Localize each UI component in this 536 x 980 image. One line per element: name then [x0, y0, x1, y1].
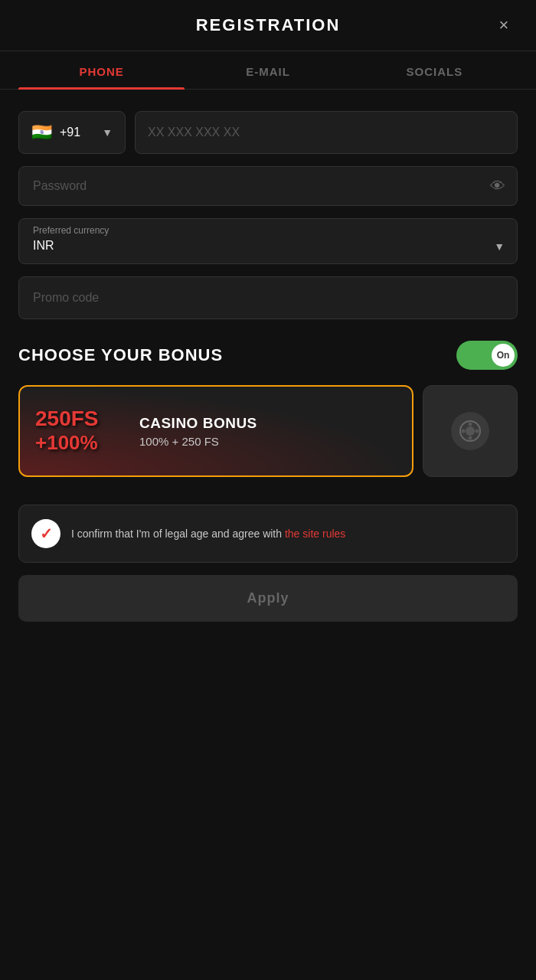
currency-label: Preferred currency: [33, 225, 503, 236]
header: REGISTRATION ×: [0, 0, 536, 51]
confirm-text: I confirm that I'm of legal age and agre…: [71, 526, 345, 542]
phone-row: 🇮🇳 +91 ▼: [18, 111, 518, 154]
bonus-toggle-wrapper: On: [456, 341, 518, 370]
toggle-knob: On: [492, 344, 515, 367]
bonus-info: CASINO BONUS 100% + 250 FS: [139, 415, 257, 448]
svg-point-1: [466, 426, 475, 436]
currency-dropdown-icon: ▼: [494, 240, 505, 253]
eye-icon[interactable]: 👁: [490, 178, 505, 195]
tab-bar: PHONE E-MAIL SOCIALS: [0, 51, 536, 90]
country-code: +91: [60, 126, 80, 139]
bonus-header: CHOOSE YOUR BONUS On: [18, 341, 518, 370]
svg-point-5: [475, 430, 479, 433]
toggle-on-label: On: [497, 350, 510, 361]
next-bonus-card-partial[interactable]: [423, 385, 518, 477]
bonus-badge-line1: 250FS: [35, 407, 127, 431]
close-button[interactable]: ×: [490, 11, 518, 39]
password-input[interactable]: [18, 166, 518, 206]
bonus-toggle[interactable]: On: [456, 341, 518, 370]
checkmark-icon: ✓: [40, 524, 53, 543]
confirm-section: ✓ I confirm that I'm of legal age and ag…: [18, 505, 518, 563]
password-wrapper: 👁: [18, 166, 518, 206]
svg-point-2: [468, 423, 472, 426]
next-bonus-icon: [451, 412, 489, 450]
bonus-card-name: CASINO BONUS: [139, 415, 257, 432]
svg-point-4: [461, 430, 465, 433]
promo-input[interactable]: [18, 276, 518, 319]
tab-socials[interactable]: SOCIALS: [351, 51, 518, 89]
tab-phone[interactable]: PHONE: [18, 51, 185, 89]
currency-selector[interactable]: Preferred currency INR ▼: [18, 218, 518, 264]
flag-icon: 🇮🇳: [31, 122, 52, 142]
tab-email[interactable]: E-MAIL: [185, 51, 351, 89]
form-content: 🇮🇳 +91 ▼ 👁 Preferred currency INR ▼ CHOO…: [0, 90, 536, 643]
country-selector[interactable]: 🇮🇳 +91 ▼: [18, 111, 126, 154]
bonus-badge-line2: +100%: [35, 431, 98, 454]
currency-value: INR: [33, 239, 503, 253]
casino-bonus-card[interactable]: 250FS +100% CASINO BONUS 100% + 250 FS: [18, 385, 413, 477]
bonus-badge: 250FS +100%: [35, 407, 127, 455]
svg-point-3: [468, 436, 472, 440]
bonus-section-title: CHOOSE YOUR BONUS: [18, 345, 223, 365]
bonus-cards-container: 250FS +100% CASINO BONUS 100% + 250 FS: [18, 385, 518, 477]
dropdown-arrow-icon: ▼: [102, 126, 113, 139]
confirm-checkbox[interactable]: ✓: [31, 519, 60, 548]
page-title: REGISTRATION: [196, 15, 341, 35]
site-rules-link[interactable]: the site rules: [285, 528, 345, 540]
apply-button[interactable]: Apply: [18, 575, 518, 622]
bonus-card-description: 100% + 250 FS: [139, 435, 257, 448]
phone-input[interactable]: [135, 111, 518, 154]
